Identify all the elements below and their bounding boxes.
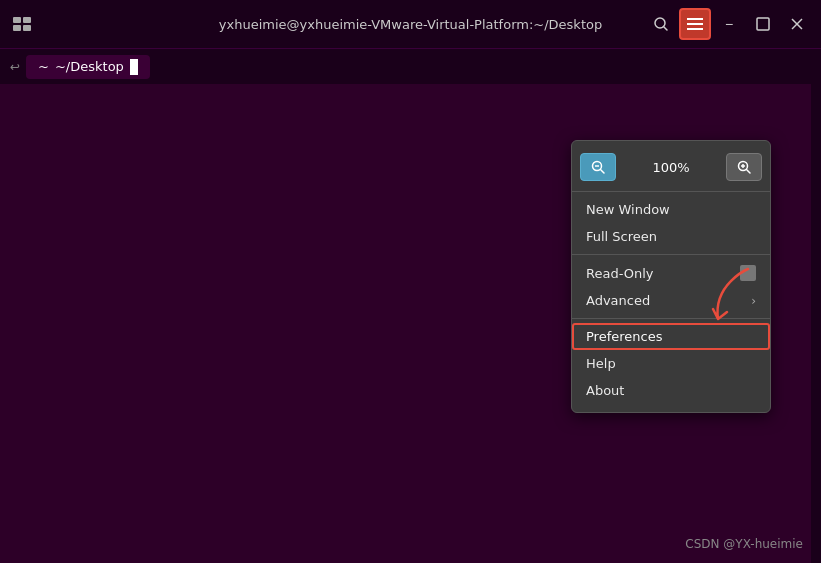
window-title: yxhueimie@yxhueimie-VMware-Virtual-Platf… <box>219 17 602 32</box>
toggle-checkbox <box>740 265 756 281</box>
read-only-toggle <box>740 265 756 281</box>
svg-line-18 <box>747 170 751 174</box>
svg-line-5 <box>664 27 668 31</box>
menu-item-advanced[interactable]: Advanced › <box>572 287 770 314</box>
minimize-button[interactable]: − <box>713 8 745 40</box>
title-bar-controls: − <box>645 8 813 40</box>
zoom-row: 100% <box>572 149 770 185</box>
terminal-body: 100% New Window Full Screen <box>0 84 821 563</box>
svg-rect-3 <box>23 25 31 31</box>
search-button[interactable] <box>645 8 677 40</box>
menu-item-help[interactable]: Help <box>572 350 770 377</box>
svg-rect-0 <box>13 17 21 23</box>
menu-item-new-window[interactable]: New Window <box>572 196 770 223</box>
zoom-percent: 100% <box>616 160 726 175</box>
dropdown-menu: 100% New Window Full Screen <box>571 140 771 413</box>
terminal-window: yxhueimie@yxhueimie-VMware-Virtual-Platf… <box>0 0 821 563</box>
separator-2 <box>572 254 770 255</box>
svg-rect-2 <box>13 25 21 31</box>
app-icon <box>8 10 36 38</box>
watermark: CSDN @YX-hueimie <box>685 537 803 551</box>
title-bar-left <box>8 10 36 38</box>
tab-cursor <box>130 59 138 75</box>
advanced-arrow: › <box>751 294 756 308</box>
separator-3 <box>572 318 770 319</box>
svg-line-14 <box>601 170 605 174</box>
menu-item-about[interactable]: About <box>572 377 770 404</box>
tab-bar: ↩ ~ ~/Desktop <box>0 48 821 84</box>
maximize-button[interactable] <box>747 8 779 40</box>
tab-home-icon: ~ <box>38 59 49 74</box>
zoom-out-button[interactable] <box>580 153 616 181</box>
tab-label: ~/Desktop <box>55 59 124 74</box>
separator-1 <box>572 191 770 192</box>
menu-button[interactable] <box>679 8 711 40</box>
menu-item-read-only[interactable]: Read-Only <box>572 259 770 287</box>
close-button[interactable] <box>781 8 813 40</box>
menu-item-full-screen[interactable]: Full Screen <box>572 223 770 250</box>
svg-rect-1 <box>23 17 31 23</box>
menu-item-preferences[interactable]: Preferences <box>572 323 770 350</box>
svg-rect-9 <box>757 18 769 30</box>
tab-item-desktop[interactable]: ~ ~/Desktop <box>26 55 150 79</box>
zoom-in-button[interactable] <box>726 153 762 181</box>
scrollbar[interactable] <box>811 84 821 563</box>
tab-back-button[interactable]: ↩ <box>4 58 26 76</box>
title-bar: yxhueimie@yxhueimie-VMware-Virtual-Platf… <box>0 0 821 48</box>
